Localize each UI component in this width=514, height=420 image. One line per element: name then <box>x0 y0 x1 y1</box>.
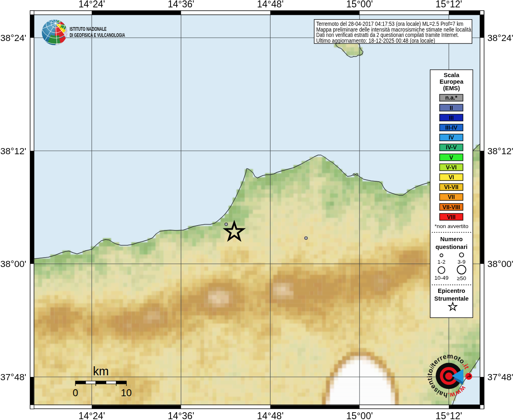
svg-text:V: V <box>449 154 453 161</box>
svg-text:Strumentale: Strumentale <box>434 295 469 302</box>
svg-text:Epicentro: Epicentro <box>438 288 465 294</box>
svg-text:VIII: VIII <box>447 214 455 220</box>
svg-text:km: km <box>93 365 109 378</box>
svg-text:≥50: ≥50 <box>457 275 466 281</box>
svg-text:38°12': 38°12' <box>0 146 26 156</box>
svg-text:15°00': 15°00' <box>346 0 373 9</box>
svg-text:Numero: Numero <box>440 236 463 242</box>
svg-text:*non avvertito: *non avvertito <box>434 223 469 229</box>
svg-text:VI-VII: VI-VII <box>444 184 458 190</box>
svg-text:15°12': 15°12' <box>436 411 462 420</box>
svg-text:14°24': 14°24' <box>78 0 105 9</box>
svg-text:0: 0 <box>73 387 78 398</box>
svg-text:38°24': 38°24' <box>0 33 26 43</box>
svg-text:Scala: Scala <box>444 72 460 78</box>
svg-text:questionari: questionari <box>435 244 467 250</box>
svg-text:10: 10 <box>121 387 132 398</box>
svg-text:1-2: 1-2 <box>437 259 446 265</box>
svg-text:DI GEOFISICA E VULCANOLOGIA: DI GEOFISICA E VULCANOLOGIA <box>70 32 125 38</box>
svg-text:10-49: 10-49 <box>434 275 449 281</box>
svg-text:37°48': 37°48' <box>0 372 26 382</box>
svg-text:38°24': 38°24' <box>487 33 513 43</box>
svg-text:14°36': 14°36' <box>168 0 194 9</box>
svg-text:15°12': 15°12' <box>436 0 462 9</box>
svg-text:III: III <box>449 114 454 121</box>
svg-text:III-IV: III-IV <box>445 124 457 131</box>
svg-text:VI: VI <box>448 174 454 180</box>
svg-text:Europea: Europea <box>439 78 464 85</box>
svg-text:3-9: 3-9 <box>457 259 466 265</box>
svg-text:38°00': 38°00' <box>0 259 26 269</box>
svg-text:(EMS): (EMS) <box>443 85 460 91</box>
svg-text:VII-VIII: VII-VIII <box>443 204 460 210</box>
svg-text:II: II <box>450 105 453 111</box>
svg-text:ISTITUTO NAZIONALE: ISTITUTO NAZIONALE <box>70 26 107 32</box>
svg-text:15°00': 15°00' <box>346 411 373 420</box>
svg-text:Ultimo aggiornamento: 18-12-20: Ultimo aggiornamento: 18-12-2025 00:48 (… <box>316 37 435 44</box>
svg-text:n.a.*: n.a.* <box>445 94 457 101</box>
svg-text:38°00': 38°00' <box>487 259 513 269</box>
svg-text:14°24': 14°24' <box>78 411 105 420</box>
svg-text:37°48': 37°48' <box>487 372 513 382</box>
svg-text:IV: IV <box>448 134 454 141</box>
svg-text:V-VI: V-VI <box>446 164 457 171</box>
svg-text:14°36': 14°36' <box>168 411 194 420</box>
svg-text:14°48': 14°48' <box>257 411 284 420</box>
svg-text:IV-V: IV-V <box>446 144 457 151</box>
svg-text:38°12': 38°12' <box>487 146 513 156</box>
svg-text:VII: VII <box>448 194 455 200</box>
svg-text:14°48': 14°48' <box>257 0 284 9</box>
